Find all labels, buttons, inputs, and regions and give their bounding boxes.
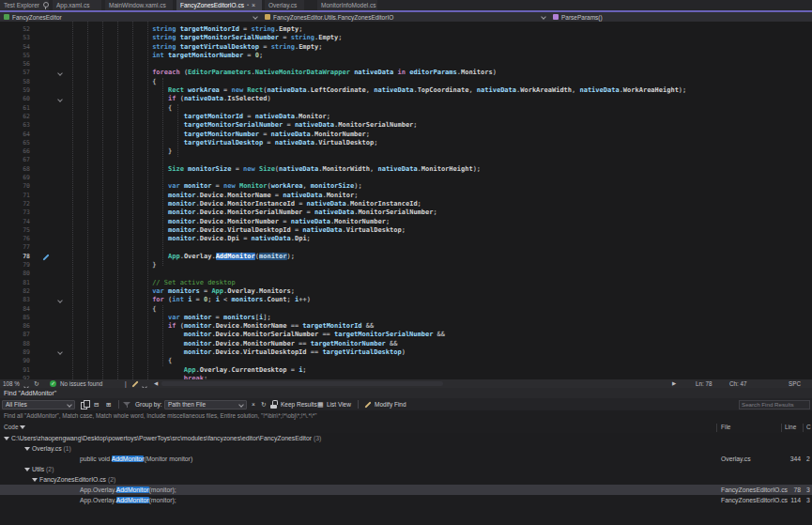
tab-overlay-cs[interactable]: Overlay.cs [265, 0, 304, 10]
result-match-row[interactable]: App.Overlay.AddMonitor(monitor); FancyZo… [0, 495, 812, 505]
expand-caret-icon[interactable] [24, 468, 30, 471]
modify-find-button[interactable]: Modify Find [375, 398, 406, 410]
scope-filter-dropdown[interactable]: All Files [2, 398, 75, 410]
code-line[interactable]: 53 string targetMonitorSerialNumber = st… [0, 34, 812, 42]
expand-caret-icon[interactable] [4, 437, 9, 440]
match-highlight: AddMonitor [112, 456, 145, 462]
code-line[interactable]: 79 } [0, 261, 812, 270]
column-header-code[interactable]: Code [4, 422, 25, 433]
code-line[interactable]: 82 var monitors = App.Overlay.Monitors; [0, 287, 812, 296]
code-line[interactable]: 60 if (nativeData.IsSelected) [0, 95, 812, 103]
code-line[interactable]: 68 Size monitorSize = new Size(nativeDat… [0, 165, 812, 174]
scroll-right-icon[interactable]: ▶ [672, 379, 676, 388]
code-line[interactable]: 66 } [0, 147, 812, 156]
code-line[interactable]: 89 monitor.Device.VirtualDesktopId == ta… [0, 348, 812, 357]
code-line[interactable]: 52 string targetMonitorId = string.Empty… [0, 25, 812, 34]
code-line[interactable]: 76 monitor.Device.Dpi = nativeData.Dpi; [0, 235, 812, 243]
code-line[interactable]: 75 monitor.Device.VirtualDesktopId = nat… [0, 226, 812, 235]
code-line[interactable]: 83 for (int i = 0; i < monitors.Count; i… [0, 296, 812, 304]
line-number: 55 [0, 52, 30, 60]
code-line[interactable]: 91 App.Overlay.CurrentDesktop = i; [0, 366, 812, 375]
expand-caret-icon[interactable] [24, 447, 30, 451]
result-file-row[interactable]: Overlay.cs (1) [0, 443, 812, 454]
collapse-all-icon[interactable]: ⊟ [94, 398, 99, 410]
tab-app-xaml-cs[interactable]: App.xaml.cs [53, 0, 101, 10]
find-panel-title[interactable]: Find "AddMonitor" [0, 388, 812, 398]
code-line[interactable]: 69 [0, 174, 812, 182]
copy-icon[interactable] [81, 398, 88, 410]
code-line[interactable]: 77 [0, 243, 812, 252]
type-dropdown[interactable]: FancyZonesEditor.Utils.FancyZonesEditorI… [261, 12, 549, 22]
tab-monitorinfomodel-cs[interactable]: MonitorInfoModel.cs [317, 0, 377, 10]
tab-fancyzoneseditorio-cs[interactable]: FancyZonesEditorIO.cs • × [176, 0, 262, 10]
zoom-level-dropdown[interactable]: 108 % [3, 379, 20, 388]
close-icon[interactable]: × [252, 0, 255, 10]
horizontal-scrollbar[interactable] [161, 381, 443, 386]
result-folder-row[interactable]: Utils (2) [0, 464, 812, 474]
code-line[interactable]: 72 monitor.Device.MonitorInstanceId = na… [0, 200, 812, 208]
code-text: var monitor = new Monitor(workArea, moni… [57, 182, 362, 191]
code-line[interactable]: 56 [0, 60, 812, 69]
chevron-down-icon [541, 14, 546, 20]
code-line[interactable]: 85 var monitor = monitors[i]; [0, 314, 812, 322]
code-line[interactable]: 90 { [0, 357, 812, 365]
code-line[interactable]: 59 Rect workArea = new Rect(nativeData.L… [0, 86, 812, 95]
health-check-icon[interactable] [50, 379, 56, 388]
code-line[interactable]: 87 monitor.Device.MonitorSerialNumber ==… [0, 331, 812, 339]
code-text: Rect workArea = new Rect(nativeData.Left… [57, 86, 686, 95]
expand-all-icon[interactable]: ⊞ [106, 398, 111, 410]
line-number: 85 [0, 314, 30, 322]
code-line[interactable]: 78 App.Overlay.AddMonitor(monitor); [0, 253, 812, 261]
keep-results-button[interactable]: Keep Results [281, 398, 317, 410]
code-editor[interactable]: 52 string targetMonitorId = string.Empty… [0, 22, 812, 379]
expand-caret-icon[interactable] [32, 478, 38, 482]
result-file-row[interactable]: FancyZonesEditorIO.cs (2) [0, 474, 812, 485]
code-line[interactable]: 67 [0, 156, 812, 164]
column-header-file[interactable]: File [721, 422, 730, 433]
code-line[interactable]: 71 monitor.Device.MonitorName = nativeDa… [0, 192, 812, 200]
code-line[interactable]: 55 int targetMonitorNumber = 0; [0, 52, 812, 60]
class-icon [265, 14, 270, 20]
code-line[interactable]: 84 { [0, 305, 812, 314]
lock-icon[interactable] [270, 398, 277, 410]
code-line[interactable]: 63 targetMonitorSerialNumber = nativeDat… [0, 121, 812, 130]
code-line[interactable]: 74 monitor.Device.MonitorNumber = native… [0, 218, 812, 226]
member-dropdown[interactable]: ParseParams() [549, 12, 812, 22]
column-header-line[interactable]: Line [785, 422, 796, 433]
list-view-icon[interactable]: ▦ [317, 398, 324, 410]
code-text: { [57, 305, 156, 314]
code-line[interactable]: 86 if (monitor.Device.MonitorName == tar… [0, 322, 812, 331]
scroll-left-icon[interactable]: ◀ [154, 379, 158, 388]
code-line[interactable]: 73 monitor.Device.MonitorSerialNumber = … [0, 208, 812, 217]
code-line[interactable]: 81 // Set active desktop [0, 279, 812, 287]
code-line[interactable]: 61 { [0, 104, 812, 113]
sync-icon[interactable]: ↻ [34, 379, 39, 388]
tab-mainwindow-xaml-cs[interactable]: MainWindow.xaml.cs [105, 0, 173, 10]
code-line[interactable]: 57 foreach (EditorParameters.NativeMonit… [0, 69, 812, 77]
group-by-dropdown[interactable]: Path then File [164, 398, 247, 410]
code-line[interactable]: 80 [0, 270, 812, 278]
line-number: 72 [0, 200, 30, 208]
project-dropdown[interactable]: FancyZonesEditor [0, 12, 261, 22]
code-line[interactable]: 64 targetMonitorNumber = nativeData.Moni… [0, 131, 812, 139]
code-line[interactable]: 62 targetMonitorId = nativeData.Monitor; [0, 113, 812, 121]
code-line[interactable]: 58 { [0, 78, 812, 86]
modify-find-icon[interactable] [363, 398, 372, 410]
health-status-text[interactable]: No issues found [60, 379, 102, 388]
list-view-button[interactable]: List View [327, 398, 351, 410]
code-line[interactable]: 54 string targetVirtualDesktop = string.… [0, 43, 812, 52]
code-text: string targetMonitorId = string.Empty; [57, 25, 302, 34]
code-line[interactable]: 65 targetVirtualDesktop = nativeData.Vir… [0, 139, 812, 147]
result-match-row[interactable]: public void AddMonitor(Monitor monitor) … [0, 454, 812, 464]
code-line[interactable]: 88 monitor.Device.MonitorNumber == targe… [0, 340, 812, 348]
search-find-results-input[interactable] [739, 400, 810, 409]
find-results-panel: Find "AddMonitor" All Files ⊟ ⊞ Group by… [0, 388, 812, 525]
refresh-icon[interactable]: ↻ [261, 398, 266, 410]
tab-test-explorer[interactable]: Test Explorer [0, 0, 49, 10]
column-header-col[interactable]: C [806, 422, 811, 433]
result-folder-row[interactable]: C:\Users\zhaopengwang\Desktop\powertoys\… [0, 433, 812, 443]
result-match-row-selected[interactable]: App.Overlay.AddMonitor(monitor); FancyZo… [0, 485, 812, 495]
pin-icon[interactable] [42, 2, 45, 9]
code-line[interactable]: 70 var monitor = new Monitor(workArea, m… [0, 182, 812, 191]
line-number: 62 [0, 113, 30, 121]
